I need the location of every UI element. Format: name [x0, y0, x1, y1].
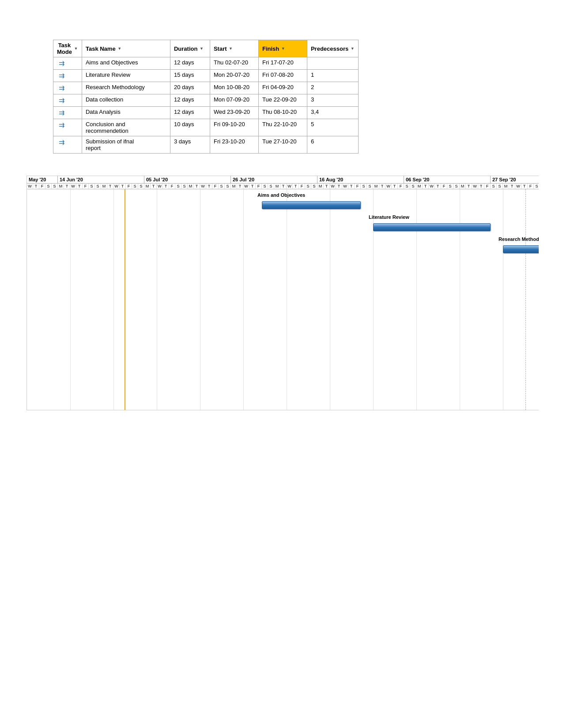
gantt-vline: [330, 189, 330, 410]
gantt-day-cell: T: [120, 184, 126, 189]
gantt-container: May '2014 Jun '2005 Jul '2026 Jul '2016 …: [26, 176, 539, 410]
predecessors-cell: 3: [307, 94, 358, 107]
gantt-day-cell: W: [342, 184, 348, 189]
gantt-day-cell: W: [330, 184, 336, 189]
gantt-day-cell: M: [274, 184, 280, 189]
gantt-day-cell: S: [534, 184, 539, 189]
gantt-day-cell: M: [144, 184, 151, 189]
finish-dropdown-arrow[interactable]: ▼: [281, 46, 285, 51]
start-cell: Thu 02-07-20: [210, 57, 258, 70]
finish-cell: Thu 08-10-20: [258, 107, 307, 119]
th-finish: Finish▼: [258, 40, 307, 57]
th-start: Start▼: [210, 40, 258, 57]
gantt-vline: [416, 189, 417, 410]
gantt-section: May '2014 Jun '2005 Jul '2026 Jul '2016 …: [26, 176, 539, 410]
table-row: ⇉Research Methodology20 daysMon 10-08-20…: [53, 82, 359, 94]
finish-cell: Fri 17-07-20: [258, 57, 307, 70]
gantt-day-cell: T: [280, 184, 287, 189]
gantt-day-cell: W: [515, 184, 521, 189]
predecessors-cell: [307, 57, 358, 70]
gantt-day-cell: F: [398, 184, 404, 189]
th-predecessors: Predecessors▼: [307, 40, 358, 57]
finish-cell: Fri 07-08-20: [258, 70, 307, 82]
task-mode-icon: ⇉: [57, 121, 66, 129]
th-task_mode: Task Mode▼: [53, 40, 82, 57]
task-mode-icon: ⇉: [57, 84, 66, 92]
gantt-task-label: Research Methodology: [499, 236, 539, 242]
finish-cell: Tue 22-09-20: [258, 94, 307, 107]
task-mode-icon: ⇉: [57, 71, 66, 80]
start-cell: Mon 10-08-20: [210, 82, 258, 94]
gantt-day-cell: T: [521, 184, 528, 189]
gantt-month-cell: May '20: [27, 176, 58, 183]
gantt-day-cell: T: [249, 184, 256, 189]
gantt-day-cell: T: [336, 184, 342, 189]
task-name-cell: Data Analysis: [82, 107, 170, 119]
gantt-day-cell: S: [219, 184, 225, 189]
duration-dropdown-arrow[interactable]: ▼: [199, 46, 204, 51]
predecessors-cell: 2: [307, 82, 358, 94]
gantt-day-cell: T: [293, 184, 299, 189]
predecessors-cell: 3,4: [307, 107, 358, 119]
task-name-cell: Submission of ifnal report: [82, 136, 170, 154]
task-name-cell: Literature Review: [82, 70, 170, 82]
gantt-day-cell: W: [287, 184, 293, 189]
gantt-day-cell: S: [175, 184, 181, 189]
gantt-day-cell: M: [101, 184, 107, 189]
gantt-vline: [287, 189, 287, 410]
gantt-vline: [243, 189, 244, 410]
task-mode-cell: ⇉: [53, 136, 82, 154]
gantt-day-cell: F: [441, 184, 447, 189]
gantt-day-cell: S: [410, 184, 416, 189]
duration-cell: 12 days: [170, 57, 210, 70]
table-row: ⇉Data collection12 daysMon 07-09-20Tue 2…: [53, 94, 359, 107]
gantt-day-cell: F: [299, 184, 305, 189]
gantt-day-cell: S: [95, 184, 101, 189]
gantt-day-cell: W: [472, 184, 478, 189]
dashed-vertical-line: [525, 189, 526, 410]
gantt-day-cell: T: [478, 184, 484, 189]
gantt-day-cell: M: [460, 184, 466, 189]
predecessors-dropdown-arrow[interactable]: ▼: [350, 46, 355, 51]
gantt-day-cell: W: [157, 184, 163, 189]
gantt-day-cell: F: [256, 184, 262, 189]
gantt-day-cell: S: [45, 184, 52, 189]
gantt-month-cell: 06 Sep '20: [404, 176, 491, 183]
start-dropdown-arrow[interactable]: ▼: [229, 46, 233, 51]
gantt-vline: [503, 189, 503, 410]
gantt-vline: [200, 189, 200, 410]
gantt-day-cell: T: [107, 184, 113, 189]
gantt-months-row: May '2014 Jun '2005 Jul '2026 Jul '2016 …: [27, 176, 539, 184]
gantt-bar: [503, 245, 539, 253]
finish-cell: Fri 04-09-20: [258, 82, 307, 94]
start-cell: Wed 23-09-20: [210, 107, 258, 119]
gantt-day-cell: F: [39, 184, 45, 189]
gantt-day-cell: T: [392, 184, 398, 189]
task_mode-dropdown-arrow[interactable]: ▼: [74, 46, 78, 51]
gantt-day-cell: M: [188, 184, 194, 189]
gantt-day-cell: F: [212, 184, 219, 189]
gantt-task-label: Aims and Objectives: [257, 192, 305, 198]
gantt-day-cell: T: [64, 184, 70, 189]
gantt-vline: [70, 189, 71, 410]
gantt-day-cell: T: [206, 184, 212, 189]
start-cell: Fri 09-10-20: [210, 119, 258, 136]
predecessors-cell: 1: [307, 70, 358, 82]
gantt-vline: [157, 189, 157, 410]
duration-cell: 10 days: [170, 119, 210, 136]
gantt-day-cell: S: [138, 184, 144, 189]
task-mode-icon: ⇉: [57, 96, 66, 105]
gantt-day-cell: W: [27, 184, 33, 189]
gantt-month-cell: 14 Jun '20: [58, 176, 144, 183]
task-mode-cell: ⇉: [53, 107, 82, 119]
task-mode-icon: ⇉: [57, 109, 66, 117]
task-table: Task Mode▼Task Name▼Duration▼Start▼Finis…: [53, 40, 359, 154]
gantt-day-cell: T: [151, 184, 157, 189]
start-cell: Fri 23-10-20: [210, 136, 258, 154]
left-border-line: [125, 189, 125, 410]
task-mode-cell: ⇉: [53, 70, 82, 82]
start-cell: Mon 20-07-20: [210, 70, 258, 82]
gantt-month-cell: 26 Jul '20: [231, 176, 317, 183]
gantt-day-cell: T: [423, 184, 429, 189]
task_name-dropdown-arrow[interactable]: ▼: [117, 46, 122, 51]
